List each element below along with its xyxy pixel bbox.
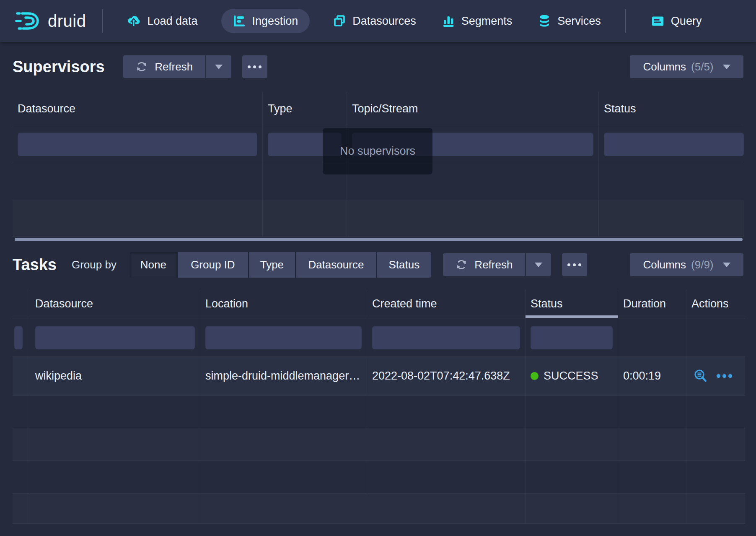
task-datasource: wikipedia <box>35 369 82 382</box>
group-by-none-button[interactable]: None <box>130 252 177 278</box>
columns-label: Columns <box>643 60 686 73</box>
header-status[interactable]: Status <box>599 92 744 126</box>
group-by-label: Group by <box>72 258 117 271</box>
database-icon <box>538 14 551 28</box>
tasks-columns-button[interactable]: Columns (9/9) <box>630 253 743 276</box>
console-icon <box>651 16 664 27</box>
nav-item-load-data[interactable]: Load data <box>124 9 200 33</box>
filter-status-input[interactable] <box>604 133 744 156</box>
task-location: simple-druid-middlemanager… <box>205 369 360 382</box>
columns-count: (5/5) <box>691 60 713 73</box>
task-duration: 0:00:19 <box>623 369 661 382</box>
nav-item-label: Ingestion <box>252 15 298 28</box>
chevron-down-icon <box>215 65 223 69</box>
more-dots-icon <box>248 65 251 68</box>
row-more-actions-icon[interactable] <box>717 374 732 378</box>
tasks-refresh-button[interactable]: Refresh <box>443 253 525 276</box>
nav-item-datasources[interactable]: Datasources <box>331 9 419 33</box>
success-dot <box>531 372 539 380</box>
supervisors-toolbar: Supervisors Refresh <box>13 55 743 79</box>
tasks-refresh-group: Refresh <box>443 253 551 276</box>
group-by-datasource-button[interactable]: Datasource <box>296 252 376 278</box>
empty-row <box>13 428 745 461</box>
group-by-status-button[interactable]: Status <box>377 252 431 278</box>
nav-item-services[interactable]: Services <box>536 9 603 33</box>
navbar-items-right: Query <box>649 9 704 33</box>
navbar-divider <box>102 9 103 33</box>
navbar-divider-2 <box>625 9 626 33</box>
supervisors-refresh-group: Refresh <box>123 55 231 78</box>
tasks-table: Datasource Location Created time Status … <box>13 289 745 524</box>
task-created-time: 2022-08-02T07:42:47.638Z <box>372 369 510 382</box>
header-status-sorted[interactable]: Status <box>526 289 618 318</box>
nav-item-label: Segments <box>461 15 513 28</box>
layers-icon <box>333 15 346 27</box>
nav-item-label: Datasources <box>352 15 416 28</box>
cloud-upload-icon <box>127 15 140 28</box>
druid-console: druid Load data <box>0 0 756 536</box>
header-location[interactable]: Location <box>200 289 367 318</box>
task-row-wikipedia[interactable]: wikipedia simple-druid-middlemanager… 20… <box>13 357 745 395</box>
tasks-toolbar: Tasks Group by None Group ID Type Dataso… <box>13 252 743 278</box>
header-topic-stream[interactable]: Topic/Stream <box>347 92 599 126</box>
filter-partial-input[interactable] <box>14 326 23 349</box>
druid-logo-icon <box>15 10 42 32</box>
supervisors-header-row: Datasource Type Topic/Stream Status <box>13 92 744 126</box>
header-datasource[interactable]: Datasource <box>13 92 263 126</box>
supervisors-title: Supervisors <box>13 58 105 76</box>
supervisors-refresh-button[interactable]: Refresh <box>123 55 205 78</box>
druid-logo[interactable]: druid <box>15 10 86 32</box>
nav-item-label: Services <box>557 15 601 28</box>
nav-item-label: Query <box>671 15 702 28</box>
filter-datasource-input[interactable] <box>35 326 195 349</box>
gantt-chart-icon <box>233 15 246 27</box>
header-duration[interactable]: Duration <box>618 289 686 318</box>
search-details-icon[interactable] <box>693 369 708 384</box>
group-by-group-id-button[interactable]: Group ID <box>178 252 248 278</box>
header-partial-column <box>13 289 30 318</box>
empty-row <box>13 395 745 428</box>
tasks-title: Tasks <box>13 256 57 274</box>
header-created-time[interactable]: Created time <box>367 289 526 318</box>
bar-chart-icon <box>442 15 455 27</box>
chevron-down-icon <box>723 263 730 267</box>
tasks-more-button[interactable] <box>562 253 587 276</box>
navbar: druid Load data <box>0 0 756 42</box>
supervisors-more-button[interactable] <box>242 55 267 78</box>
empty-row <box>13 461 745 494</box>
task-status: SUCCESS <box>544 369 598 382</box>
filter-status-input[interactable] <box>531 326 613 349</box>
supervisors-refresh-caret-button[interactable] <box>205 55 231 78</box>
tasks-filter-row <box>13 318 745 357</box>
empty-row <box>13 494 745 524</box>
filter-datasource-input[interactable] <box>18 133 257 156</box>
chevron-down-icon <box>723 65 730 69</box>
filter-created-time-input[interactable] <box>372 326 520 349</box>
header-datasource[interactable]: Datasource <box>30 289 200 318</box>
nav-item-query[interactable]: Query <box>649 9 704 33</box>
refresh-label: Refresh <box>474 258 513 271</box>
supervisors-table: Datasource Type Topic/Stream Status No s… <box>13 92 744 243</box>
refresh-icon <box>455 258 468 271</box>
header-type[interactable]: Type <box>263 92 347 126</box>
horizontal-scrollbar[interactable] <box>15 238 743 241</box>
refresh-label: Refresh <box>155 60 193 73</box>
more-dots-icon <box>567 263 570 266</box>
logo-wordmark: druid <box>48 12 86 31</box>
nav-item-label: Load data <box>147 15 197 28</box>
group-by-segmented-control: None Group ID Type Datasource Status <box>130 252 431 278</box>
navbar-items: Load data Ingestion <box>124 9 603 33</box>
columns-label: Columns <box>643 258 686 271</box>
nav-item-ingestion[interactable]: Ingestion <box>221 9 310 33</box>
tasks-refresh-caret-button[interactable] <box>525 253 551 276</box>
filter-location-input[interactable] <box>205 326 362 349</box>
supervisors-columns-button[interactable]: Columns (5/5) <box>630 55 743 78</box>
tasks-header-row: Datasource Location Created time Status … <box>13 289 745 318</box>
no-supervisors-message: No supervisors <box>323 128 432 174</box>
nav-item-segments[interactable]: Segments <box>440 9 515 33</box>
chevron-down-icon <box>535 263 542 267</box>
empty-row <box>13 200 744 237</box>
header-actions[interactable]: Actions <box>686 289 745 318</box>
group-by-type-button[interactable]: Type <box>249 252 295 278</box>
columns-count: (9/9) <box>691 258 713 271</box>
